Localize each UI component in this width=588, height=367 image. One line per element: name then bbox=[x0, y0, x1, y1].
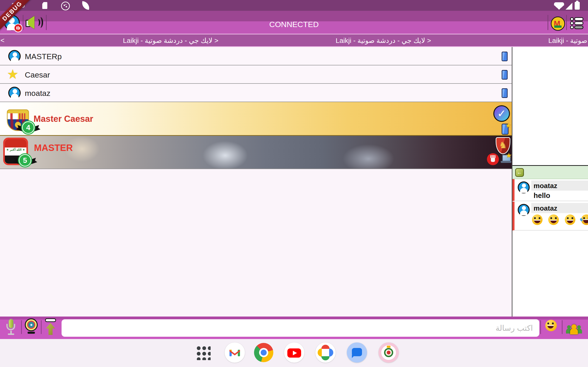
reply-arrow-icon[interactable]: ← bbox=[515, 168, 524, 177]
app-header: CONNECTED M bbox=[0, 11, 588, 34]
message-author-strip: moataz bbox=[531, 181, 588, 191]
wifi-icon bbox=[554, 2, 564, 10]
gmail-logo bbox=[229, 348, 241, 357]
raise-upload-icon[interactable] bbox=[44, 318, 57, 337]
chrome-app-icon[interactable] bbox=[254, 342, 274, 363]
master-row-master[interactable]: ★ الله أكبر ★ 5 MASTER ♞ ★ bbox=[0, 136, 512, 169]
users-group-icon[interactable] bbox=[565, 320, 582, 334]
grinning-face-emoji bbox=[532, 215, 543, 225]
app-logo-badge-icon bbox=[14, 24, 23, 32]
tab-room-title[interactable]: Laikji - لايك جي - دردشة صوتية > bbox=[123, 36, 218, 44]
emoji-row bbox=[532, 215, 588, 226]
user-name: MASTERp bbox=[25, 52, 62, 61]
star-overlay-icon: ★ bbox=[505, 121, 511, 129]
message-text: hello bbox=[534, 192, 550, 200]
level-number: 5 bbox=[18, 153, 32, 167]
message-author: moataz bbox=[534, 182, 557, 190]
person-avatar-icon bbox=[8, 50, 21, 62]
room-tab-bar: < Laikji - لايك جي - دردشة صوتية > Laikj… bbox=[0, 34, 588, 47]
master-name: MASTER bbox=[34, 143, 73, 153]
message-composer-bar bbox=[0, 317, 588, 339]
grinning-face-emoji bbox=[548, 215, 559, 225]
user-row[interactable]: MASTERp bbox=[0, 47, 512, 65]
laikji-app-icon[interactable] bbox=[379, 342, 399, 363]
master-name: Master Caesar bbox=[34, 114, 93, 124]
phone-device-icon[interactable] bbox=[502, 52, 508, 61]
battery-icon bbox=[575, 2, 580, 10]
stop-hand-icon[interactable] bbox=[487, 153, 499, 165]
microphone-icon[interactable] bbox=[6, 319, 17, 337]
message-author: moataz bbox=[534, 204, 557, 212]
webcam-icon[interactable] bbox=[24, 318, 39, 337]
person-avatar-icon bbox=[8, 87, 21, 99]
app-screen: 2:50 DEBUG CONNECTED M bbox=[0, 0, 588, 367]
flag-text: ★ الله أكبر ★ bbox=[5, 148, 26, 151]
composer-divider bbox=[41, 320, 42, 334]
menu-list-icon[interactable] bbox=[570, 17, 583, 30]
leaf-notification-icon bbox=[81, 1, 90, 10]
message-author-strip: moataz bbox=[531, 203, 588, 213]
user-name: Caesar bbox=[25, 70, 50, 79]
mail-icon[interactable]: M bbox=[551, 17, 565, 31]
youtube-app-icon[interactable] bbox=[284, 342, 304, 363]
level-number: 4 bbox=[21, 120, 35, 135]
message-bubble-icon bbox=[352, 348, 362, 356]
message-input[interactable] bbox=[61, 319, 539, 337]
user-row[interactable]: ★ Caesar bbox=[0, 65, 512, 84]
user-list: MASTERp ★ Caesar moataz 4 Master Caesar … bbox=[0, 47, 512, 317]
sim-card-icon bbox=[42, 2, 47, 9]
level-badge: 5 bbox=[18, 153, 32, 167]
tab-room-title[interactable]: Laikji - لايك جي - دردشة صوتية > bbox=[336, 36, 431, 44]
emoji-picker-icon[interactable] bbox=[545, 320, 557, 331]
chat-panel: ← moataz hello moataz bbox=[512, 47, 588, 317]
laptop-star-icon[interactable]: ★ bbox=[501, 154, 511, 164]
header-divider bbox=[566, 15, 567, 30]
mail-book-shape bbox=[554, 25, 562, 28]
tab-room-title[interactable]: Laikji - لايك جي - دردشة صوتية > bbox=[548, 36, 588, 44]
status-bar: 2:50 bbox=[0, 0, 588, 11]
composer-divider bbox=[562, 320, 562, 334]
master-row-caesar[interactable]: 4 Master Caesar ✓ ★ bbox=[0, 102, 512, 136]
chat-message[interactable]: moataz bbox=[512, 202, 588, 231]
verified-check-icon: ✓ bbox=[493, 105, 510, 122]
gmail-app-icon[interactable] bbox=[225, 342, 245, 363]
messages-app-icon[interactable] bbox=[347, 342, 367, 363]
grinning-face-emoji bbox=[565, 215, 575, 225]
composer-divider bbox=[21, 320, 22, 334]
star-overlay-icon: ★ bbox=[506, 151, 512, 159]
person-avatar-icon bbox=[518, 181, 530, 193]
previous-tab-indicator[interactable]: < bbox=[0, 36, 5, 44]
user-name: moataz bbox=[25, 89, 51, 98]
connection-status: CONNECTED bbox=[0, 20, 588, 29]
cell-signal-icon bbox=[565, 3, 572, 10]
google-photos-app-icon[interactable] bbox=[315, 342, 336, 363]
level-badge: 4 bbox=[21, 120, 35, 135]
header-divider bbox=[548, 15, 548, 30]
phone-device-icon[interactable] bbox=[502, 70, 508, 80]
phone-device-icon[interactable] bbox=[502, 88, 508, 98]
youtube-play-icon bbox=[287, 348, 301, 358]
joy-face-emoji bbox=[581, 215, 588, 225]
star-avatar-icon: ★ bbox=[7, 67, 18, 82]
user-row[interactable]: moataz bbox=[0, 84, 512, 102]
composer-divider bbox=[540, 320, 541, 334]
chat-reply-bar: ← bbox=[512, 166, 588, 179]
android-dock bbox=[0, 339, 588, 367]
chat-message[interactable]: moataz hello bbox=[512, 179, 588, 201]
app-grid-icon[interactable] bbox=[195, 345, 211, 360]
cookie-notification-icon bbox=[61, 2, 70, 10]
person-avatar-icon bbox=[518, 204, 530, 216]
